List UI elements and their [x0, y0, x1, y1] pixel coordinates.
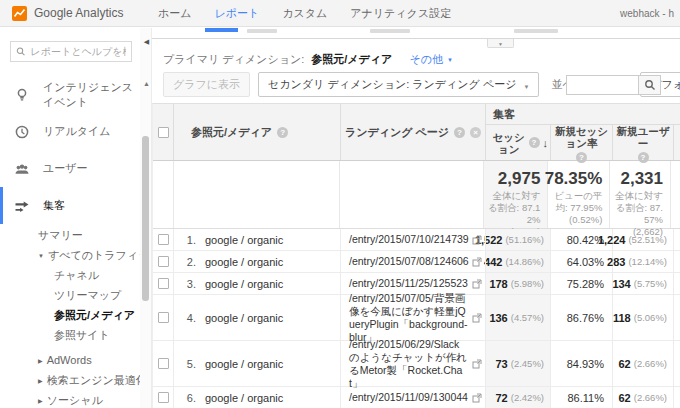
submenu-seo[interactable]: 検索エンジン最適化: [0, 370, 140, 390]
totals-source-cell: [174, 161, 340, 228]
secondary-dimension-dropdown[interactable]: セカンダリ ディメンション: ランディング ページ: [258, 72, 539, 97]
sidebar-search-box[interactable]: [10, 41, 132, 62]
nav-custom[interactable]: カスタム: [282, 6, 327, 21]
landing-page-value[interactable]: /entry/2015/07/08/124606: [349, 255, 469, 268]
open-in-new-icon[interactable]: [472, 393, 482, 403]
primary-dimension-label: プライマリ ディメンション:: [163, 53, 304, 65]
expand-chart-tab[interactable]: [487, 39, 514, 48]
nav-reports[interactable]: レポート: [215, 6, 260, 21]
users-percent: (2.66%): [634, 358, 667, 369]
main-content: プライマリ ディメンション: 参照元/メディア その他 グラフに表示 セカンダリ…: [152, 28, 680, 408]
row-number: 3.: [178, 278, 196, 290]
row-number: 2.: [178, 256, 196, 268]
open-in-new-icon[interactable]: [472, 279, 482, 289]
sessions-percent: (14.86%): [505, 256, 544, 267]
realtime-clock-icon: [14, 124, 30, 140]
submenu-treemaps[interactable]: ツリーマップ: [0, 285, 140, 305]
landing-page-value[interactable]: /entry/2015/06/29/Slackのようなチャットが作れるMetor…: [349, 338, 469, 390]
plot-rows-button[interactable]: グラフに表示: [163, 72, 250, 97]
collapse-sidebar-icon[interactable]: [142, 36, 151, 48]
scroll-up-icon[interactable]: [142, 78, 151, 90]
landing-page-value[interactable]: /entry/2015/11/09/130044: [349, 391, 468, 404]
extra-cell: [674, 251, 680, 272]
help-icon[interactable]: [529, 137, 540, 148]
open-in-new-icon[interactable]: [472, 235, 482, 245]
help-icon[interactable]: [454, 127, 465, 138]
landing-page-value[interactable]: /entry/2015/07/10/214739: [349, 233, 469, 246]
google-analytics-logo: Google Analytics: [12, 6, 123, 21]
submenu-referrals[interactable]: 参照サイト: [0, 325, 140, 345]
sidebar-item-intelligence-events[interactable]: インテリジェンス イベント: [0, 76, 140, 113]
row-checkbox[interactable]: [158, 392, 169, 403]
table-search-button[interactable]: [638, 75, 661, 95]
scrollbar-thumb[interactable]: [142, 136, 149, 301]
submenu-social[interactable]: ソーシャル: [0, 390, 140, 408]
nav-home[interactable]: ホーム: [158, 6, 192, 21]
header-source-medium[interactable]: 参照元/メディア: [174, 104, 341, 160]
users-percent: (5.06%): [634, 312, 667, 323]
rate-value: 84.93%: [567, 358, 604, 370]
primary-dimension-value[interactable]: 参照元/メディア: [311, 53, 392, 65]
table-row: 1. google / organic /entry/2015/07/10/21…: [153, 229, 680, 251]
header-new-session-rate[interactable]: 新規セッション率: [551, 125, 613, 160]
table-row: 4. google / organic /entry/2015/07/05/背景…: [153, 295, 680, 341]
submenu-channels[interactable]: チャネル: [0, 265, 140, 285]
row-checkbox[interactable]: [158, 278, 169, 289]
source-cell: 2. google / organic: [174, 251, 341, 272]
sessions-value: 72: [495, 392, 507, 404]
row-checkbox-cell: [153, 295, 174, 340]
table-row: 2. google / organic /entry/2015/07/08/12…: [153, 251, 680, 273]
open-in-new-icon[interactable]: [472, 359, 482, 369]
help-icon[interactable]: [277, 127, 288, 138]
landing-page-value[interactable]: /entry/2015/07/05/背景画像を今風にぼかす軽量jQueryPlu…: [349, 292, 469, 344]
row-checkbox[interactable]: [158, 358, 169, 369]
header-new-users[interactable]: 新規ユーザー: [613, 125, 674, 160]
account-name[interactable]: webhack - h: [620, 8, 674, 19]
users-percent: (2.66%): [634, 392, 667, 403]
sidebar-item-audience[interactable]: ユーザー: [0, 150, 140, 187]
landing-page-value[interactable]: /entry/2015/11/25/125523: [349, 277, 468, 290]
users-value: 62: [618, 358, 630, 370]
submenu-all-traffic[interactable]: すべてのトラフィック: [0, 245, 140, 265]
table-row: 6. google / organic /entry/2015/11/09/13…: [153, 387, 680, 408]
select-all-checkbox[interactable]: [158, 127, 169, 138]
sessions-cell: 178 (5.98%): [486, 273, 551, 294]
new-users-header-label: 新規ユーザー: [615, 125, 671, 149]
users-percent: (52.51%): [628, 234, 667, 245]
secondary-dimension-label: セカンダリ ディメンション: ランディング ページ: [268, 77, 516, 92]
sessions-percent: (51.16%): [505, 234, 544, 245]
table-search-input[interactable]: [567, 76, 638, 94]
open-in-new-icon[interactable]: [472, 313, 482, 323]
data-table: 参照元/メディア ランディング ページ 集客 セッション: [152, 103, 680, 408]
other-dimensions-link[interactable]: その他: [409, 53, 452, 65]
collapsed-chart-remnant: [247, 29, 277, 33]
row-checkbox[interactable]: [158, 234, 169, 245]
row-checkbox[interactable]: [158, 256, 169, 267]
sidebar-item-acquisition[interactable]: 集客: [0, 187, 140, 224]
metric-header-row: セッション 新規セッション率 新規ユーザー: [486, 125, 680, 160]
sessions-value: 73: [495, 358, 507, 370]
header-landing-page[interactable]: ランディング ページ: [341, 104, 486, 160]
table-search-field[interactable]: [566, 75, 638, 95]
metric-header-block: 集客 セッション 新規セッション率 新規ユーザー: [486, 104, 680, 160]
sidebar-item-realtime[interactable]: リアルタイム: [0, 113, 140, 150]
metric-group-acquisition: 集客: [486, 104, 680, 125]
lightbulb-icon: [14, 87, 30, 103]
submenu-adwords[interactable]: AdWords: [0, 350, 140, 370]
search-icon: [644, 79, 656, 91]
remove-secondary-dimension-icon[interactable]: [470, 127, 481, 138]
header-sessions[interactable]: セッション: [486, 125, 551, 160]
submenu-source-medium[interactable]: 参照元/メディア: [0, 305, 140, 325]
source-medium-header-label: 参照元/メディア: [191, 125, 272, 140]
nav-admin[interactable]: アナリティクス設定: [350, 6, 451, 21]
sidebar-search-input[interactable]: [31, 46, 126, 57]
open-in-new-icon[interactable]: [472, 257, 482, 267]
chart-area-divider: [152, 38, 680, 39]
row-number: 4.: [178, 312, 196, 324]
sessions-cell: 72 (2.42%): [486, 387, 551, 408]
users-value: 62: [618, 392, 630, 404]
users-cell: 62 (2.66%): [613, 341, 674, 386]
submenu-overview[interactable]: サマリー: [0, 225, 140, 245]
new-session-rate-header-label: 新規セッション率: [553, 125, 610, 149]
row-checkbox[interactable]: [158, 312, 169, 323]
